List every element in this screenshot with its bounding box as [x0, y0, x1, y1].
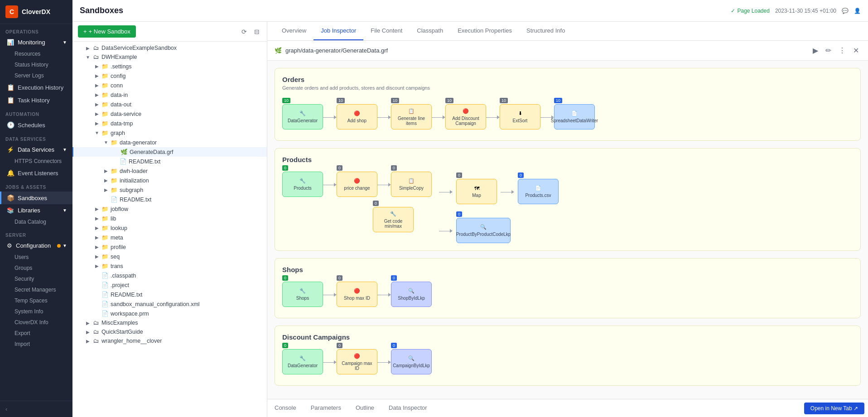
tree-item-dwh-loader[interactable]: ▶ 📁 dwh-loader [72, 166, 267, 176]
tab-classpath[interactable]: Classpath [410, 22, 450, 40]
tree-item-workspace-prm[interactable]: 📄 workspace.prm [72, 309, 267, 318]
tree-item-data-in[interactable]: ▶ 📁 data-in [72, 90, 267, 100]
sidebar-item-secret-managers[interactable]: Secret Managers [0, 284, 72, 295]
tree-item-lookup[interactable]: ▶ 📁 lookup [72, 223, 267, 233]
sidebar-item-cloverdx-info[interactable]: CloverDX Info [0, 317, 72, 328]
sidebar-item-event-listeners[interactable]: 🔔 Event Listeners [0, 167, 72, 179]
close-button[interactable]: ✕ [851, 44, 861, 57]
chat-icon[interactable]: 💬 [842, 8, 849, 14]
node-product-by-code-lkp[interactable]: 0 🔍 ProductByProductCodeLkp [456, 211, 511, 243]
tree-item-quickstart-guide[interactable]: ▶ 🗂 QuickStartGuide [72, 327, 267, 336]
node-shop-max-id[interactable]: 0 🔴 Shop max ID [337, 275, 377, 307]
tree-item-subgraph[interactable]: ▶ 📁 subgraph [72, 185, 267, 195]
run-button[interactable]: ▶ [811, 44, 820, 57]
timestamp: 2023-11-30 15:45 +01:00 [775, 8, 836, 14]
section-label-jobs-assets: JOBS & ASSETS [0, 179, 72, 192]
tree-item-datasvc-sandbox[interactable]: ▶ 🗂 DataServiceExampleSandbox [72, 43, 267, 53]
collapse-tree-button[interactable]: ⊟ [252, 26, 261, 37]
node-map[interactable]: 0 🗺 Map [456, 173, 497, 204]
node-icon: 📄 [571, 110, 578, 116]
node-spreadsheet-data-writer[interactable]: 10 📄 SpreadsheetDataWriter [554, 98, 595, 129]
node-campaign-max-id[interactable]: 0 🔴 Campaign max ID [337, 343, 377, 374]
bottom-tab-console[interactable]: Console [267, 400, 304, 417]
open-new-tab-button[interactable]: Open in New Tab ↗ [804, 403, 864, 414]
node-products-csv[interactable]: 0 📄 Products.csv [518, 173, 559, 204]
tree-item-generate-data[interactable]: 🌿 GenerateData.grf [72, 147, 267, 157]
node-ext-sort[interactable]: 10 ⬇ ExtSort [500, 98, 540, 129]
tree-item-conn[interactable]: ▶ 📁 conn [72, 81, 267, 90]
node-shops[interactable]: 0 🔧 Shops [282, 275, 323, 307]
tab-overview[interactable]: Overview [275, 22, 313, 40]
node-simple-copy[interactable]: 0 📋 SimpleCopy [391, 165, 432, 197]
sidebar-item-execution-history[interactable]: 📋 Execution History [0, 81, 72, 94]
tree-item-data-generator[interactable]: ▼ 📁 data-generator [72, 138, 267, 147]
tree-item-misc-examples[interactable]: ▶ 🗂 MiscExamples [72, 318, 267, 327]
bottom-tab-outline[interactable]: Outline [348, 400, 381, 417]
tree-item-jobflow[interactable]: ▶ 📁 jobflow [72, 204, 267, 214]
sidebar-item-users[interactable]: Users [0, 252, 72, 263]
sidebar-item-resources[interactable]: Resources [0, 48, 72, 59]
sidebar-item-server-logs[interactable]: Server Logs [0, 70, 72, 81]
tab-file-content[interactable]: File Content [363, 22, 410, 40]
tree-item-readme-2[interactable]: 📄 README.txt [72, 195, 267, 204]
tree-item-wrangler-home[interactable]: ▶ 🗂 wrangler_home__clover [72, 336, 267, 345]
task-history-label: Task History [18, 97, 50, 104]
tree-item-project[interactable]: 📄 .project [72, 280, 267, 290]
edit-button[interactable]: ✏ [824, 44, 833, 57]
tree-item-graph[interactable]: ▼ 📁 graph [72, 128, 267, 138]
tree-item-config[interactable]: ▶ 📁 config [72, 71, 267, 81]
sidebar-item-task-history[interactable]: 📋 Task History [0, 94, 72, 106]
tree-item-readme-1[interactable]: 📄 README.txt [72, 157, 267, 166]
tree-item-profile[interactable]: ▶ 📁 profile [72, 242, 267, 252]
more-button[interactable]: ⋮ [837, 44, 848, 57]
sidebar-collapse-button[interactable]: ‹ [0, 401, 72, 417]
tab-job-inspector[interactable]: Job Inspector [313, 22, 363, 40]
sidebar-item-configuration[interactable]: ⚙ Configuration ▼ [0, 240, 72, 252]
tab-structured-info[interactable]: Structured Info [519, 22, 572, 40]
bottom-tab-parameters[interactable]: Parameters [304, 400, 348, 417]
tree-item-settings[interactable]: ▶ 📁 .settings [72, 62, 267, 71]
sidebar-item-schedules[interactable]: 🕐 Schedules [0, 119, 72, 131]
node-data-generator-orders[interactable]: 10 🔧 DataGenerator [282, 98, 323, 129]
tree-item-data-tmp[interactable]: ▶ 📁 data-tmp [72, 119, 267, 128]
sidebar-item-security[interactable]: Security [0, 273, 72, 284]
sidebar-item-https-connectors[interactable]: HTTPS Connectors [0, 156, 72, 167]
node-add-discount-campaign[interactable]: 10 🔴 Add Discount Campaign [445, 98, 486, 129]
sidebar-item-status-history[interactable]: Status History [0, 59, 72, 70]
tree-item-readme-3[interactable]: 📄 README.txt [72, 290, 267, 299]
tree-item-meta[interactable]: ▶ 📁 meta [72, 233, 267, 242]
node-campaign-by-id-lkp[interactable]: 0 🔍 CampaignByIdLkp [391, 343, 432, 374]
new-sandbox-button[interactable]: + + New Sandbox [78, 25, 136, 38]
tree-item-data-service[interactable]: ▶ 📁 data-service [72, 109, 267, 119]
node-price-change[interactable]: 0 🔴 price change [337, 165, 377, 197]
refresh-button[interactable]: ⟳ [240, 26, 249, 37]
tree-item-data-out[interactable]: ▶ 📁 data-out [72, 100, 267, 109]
sidebar-item-sandboxes[interactable]: 📦 Sandboxes [0, 192, 72, 204]
node-generate-line-items[interactable]: 10 📋 Generate line items [391, 98, 432, 129]
node-box: 🗺 Map [456, 179, 497, 204]
sidebar-item-groups[interactable]: Groups [0, 263, 72, 273]
tree-item-classpath[interactable]: 📄 .classpath [72, 271, 267, 280]
tree-item-sandbox-manual-config[interactable]: 📄 sandbox_manual_configuration.xml [72, 299, 267, 309]
node-add-shop[interactable]: 10 🔴 Add shop [337, 98, 377, 129]
sidebar-item-monitoring[interactable]: 📊 Monitoring ▼ [0, 36, 72, 48]
sidebar-item-import[interactable]: Import [0, 339, 72, 350]
tree-item-trans[interactable]: ▶ 📁 trans [72, 261, 267, 271]
sidebar-item-system-info[interactable]: System Info [0, 306, 72, 317]
node-shop-by-id-lkp[interactable]: 0 🔍 ShopByIdLkp [391, 275, 432, 307]
node-products[interactable]: 0 🔧 Products [282, 165, 323, 197]
tree-item-seq[interactable]: ▶ 📁 seq [72, 252, 267, 261]
node-data-generator-dc[interactable]: 0 🔧 DataGenerator [282, 343, 323, 374]
tree-item-dwh-example[interactable]: ▼ 🗂 DWHExample [72, 53, 267, 62]
sidebar-item-temp-spaces[interactable]: Temp Spaces [0, 295, 72, 306]
sidebar-item-data-catalog[interactable]: Data Catalog [0, 216, 72, 227]
user-icon[interactable]: 👤 [854, 8, 861, 14]
sidebar-item-export[interactable]: Export [0, 328, 72, 339]
node-get-code-min-max[interactable]: 0 🔧 Get code min/max [373, 201, 414, 232]
sidebar-item-libraries[interactable]: 📚 Libraries ▼ [0, 204, 72, 216]
sidebar-item-data-services[interactable]: ⚡ Data Services ▼ [0, 144, 72, 156]
tree-item-initialization[interactable]: ▶ 📁 initialization [72, 176, 267, 185]
tree-item-lib[interactable]: ▶ 📁 lib [72, 214, 267, 223]
bottom-tab-data-inspector[interactable]: Data Inspector [381, 400, 434, 417]
tab-execution-properties[interactable]: Execution Properties [450, 22, 519, 40]
